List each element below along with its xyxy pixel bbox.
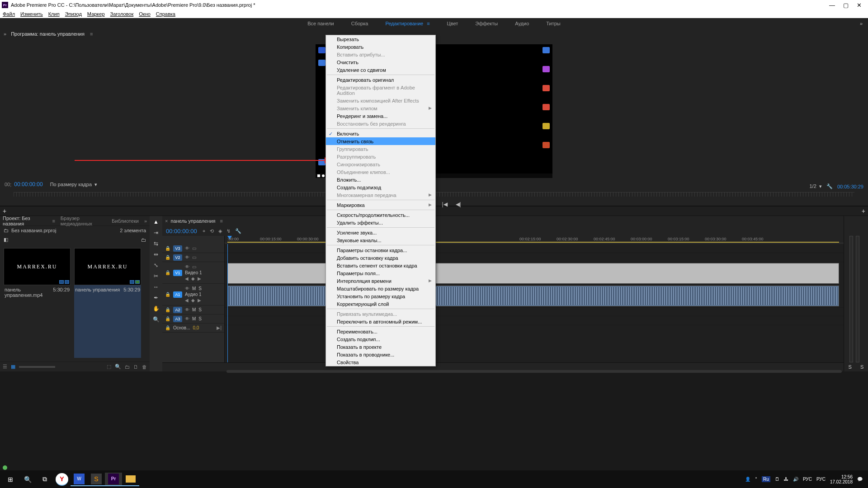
action-center-icon[interactable]: 💬 [857,477,863,482]
context-menu-item[interactable]: Свойства [326,358,435,366]
menu-file[interactable]: Файл [3,11,15,17]
workspace-audio[interactable]: Аудио [515,21,529,26]
sort-icon[interactable]: ⬚ [107,364,111,370]
workspace-menu-icon[interactable]: ≡ [427,21,429,26]
panel-menu-icon[interactable]: ≡ [90,31,93,37]
track-select-tool-icon[interactable]: ⇥ [154,230,158,236]
program-fit-dropdown[interactable]: По размеру кадра ▾ [50,182,97,188]
context-menu-item[interactable]: Вложить... [326,176,435,183]
menu-title[interactable]: Заголовок [110,11,134,17]
track-v1[interactable]: 🔒V1 👁▭ Видео 1 ◀◆▶ [162,262,224,284]
context-menu-item[interactable]: Параметры поля... [326,269,435,277]
timeline-timecode[interactable]: 00:00:00:00 [166,228,197,235]
context-menu-item[interactable]: Вырезать [326,35,435,43]
tab-libraries[interactable]: Библиотеки [112,218,139,224]
workspace-color[interactable]: Цвет [447,21,458,26]
timeline-tab[interactable]: панель управления [170,218,215,224]
tray-network-icon[interactable]: 🖧 [784,477,788,482]
tab-project[interactable]: Проект: Без названия [3,216,47,226]
context-menu-item[interactable]: Корректирующий слой [326,300,435,308]
snap-icon[interactable]: ⌖ [203,228,205,234]
timeline-close-icon[interactable]: × [165,218,168,224]
tray-lang1[interactable]: РУС [803,477,812,482]
taskbar-premiere[interactable]: Pr [105,473,122,486]
solo-left-button[interactable]: S [849,364,852,370]
context-menu-item[interactable]: Удалить эффекты... [326,219,435,226]
context-menu-item[interactable]: Масштабировать по размеру кадра [326,285,435,292]
tray-volume-icon[interactable]: 🔊 [793,477,798,482]
trash-icon[interactable]: 🗑 [142,364,147,370]
filter-bin-icon[interactable]: ◧ [4,237,8,243]
solo-right-button[interactable]: S [860,364,863,370]
menu-marker[interactable]: Маркер [87,11,105,17]
panel-overflow-icon[interactable]: » [144,218,147,224]
task-view-button[interactable]: ⧉ [36,473,53,486]
context-menu-item[interactable]: Интерполяция времени▶ [326,277,435,285]
people-icon[interactable]: 👤 [745,477,750,482]
taskbar-yandex[interactable]: Y [56,473,68,486]
linked-selection-icon[interactable]: ⟲ [210,228,214,234]
context-menu-item[interactable]: Переименовать... [326,328,435,335]
ripple-tool-icon[interactable]: ⇆ [154,240,158,247]
playhead-line[interactable] [227,244,228,362]
project-item[interactable]: MARREX.RU панель управления.mp45:30:29 [4,248,71,358]
context-menu-item[interactable]: Показать в проводнике... [326,351,435,358]
timeline-ruler[interactable]: :00:00 00:00:15:00 00:00:30:00 00:00:45:… [225,236,844,244]
context-menu-item[interactable]: Скорость/продолжительность... [326,211,435,219]
marker-add-icon[interactable]: ◈ [218,228,222,234]
wrench-icon[interactable]: 🔧 [235,228,241,234]
tray-rush-icon[interactable]: Ru [762,476,770,482]
find-icon[interactable]: 🔍 [115,364,121,370]
search-button[interactable]: 🔍 [19,473,36,486]
folder-icon[interactable]: 🗀 [141,237,146,243]
minimize-button[interactable]: — [829,2,835,9]
menu-edit[interactable]: Изменить [20,11,43,17]
context-menu-item[interactable]: Копировать [326,43,435,51]
menu-help[interactable]: Справка [156,11,175,17]
timeline-clip-area[interactable] [225,244,844,362]
tray-expand-icon[interactable]: ˄ [755,477,757,482]
program-resolution-dropdown[interactable]: 1/2 ▾ [809,183,821,189]
context-menu-item[interactable]: Включить✓ [326,130,435,137]
context-menu-item[interactable]: Переключить в автономный режим... [326,318,435,325]
new-item-icon[interactable]: 🗋 [133,364,138,370]
context-menu-item[interactable]: Вставить сегмент остановки кадра [326,262,435,269]
add-panel-left-button[interactable]: + [3,207,6,215]
program-timecode[interactable]: 00:00:00:00 [14,181,42,188]
taskbar-explorer[interactable] [122,473,139,486]
settings-icon[interactable]: 🔧 [826,183,833,189]
menu-episode[interactable]: Эпизод [65,11,82,17]
video-clip[interactable] [227,263,839,284]
context-menu-item[interactable]: Создать подклип... [326,335,435,343]
taskbar-word[interactable]: W [71,473,88,486]
context-menu-item[interactable]: Рендеринг и замена... [326,112,435,120]
tray-lang2[interactable]: РУС [816,477,826,482]
list-view-icon[interactable]: ☰ [3,364,7,370]
track-a1[interactable]: 🔒A1 👁MS Аудио 1 ◀◆▶ [162,284,224,305]
context-menu-item[interactable]: Редактировать оригинал [326,76,435,84]
tab-menu-icon[interactable]: ≡ [52,218,55,224]
step-back-icon[interactable]: ◀| [456,201,461,207]
tab-media-browser[interactable]: Браузер медиаданных [61,216,106,226]
workspace-assembly[interactable]: Сборка [351,21,368,26]
start-button[interactable]: ⊞ [2,473,19,486]
context-menu-item[interactable]: Маркировка▶ [326,201,435,209]
rolling-tool-icon[interactable]: ⇔ [154,251,158,258]
context-menu-item[interactable]: Создать подэпизод [326,183,435,191]
context-menu-item[interactable]: Параметры остановки кадра... [326,246,435,254]
workspace-all[interactable]: Все панели [307,21,334,26]
timeline-zoom-scrollbar[interactable] [226,370,842,373]
context-menu-item[interactable]: Отменить связь [326,137,435,145]
pen-tool-icon[interactable]: ✒ [154,295,158,301]
selection-tool-icon[interactable]: ▲ [153,219,159,225]
razor-tool-icon[interactable]: ✂ [154,273,158,279]
add-panel-right-button[interactable]: + [862,207,865,215]
hand-tool-icon[interactable]: ✋ [153,305,160,312]
taskbar-sublime[interactable]: S [88,473,105,486]
new-bin-icon[interactable]: 🗀 [125,364,130,370]
context-menu-item[interactable]: Усиление звука... [326,229,435,236]
taskbar-clock[interactable]: 12:56 17.02.2018 [830,474,853,484]
zoom-tool-icon[interactable]: 🔍 [153,316,160,323]
go-to-in-icon[interactable]: |◀ [442,201,447,207]
context-menu-item[interactable]: Установить по размеру кадра [326,292,435,300]
